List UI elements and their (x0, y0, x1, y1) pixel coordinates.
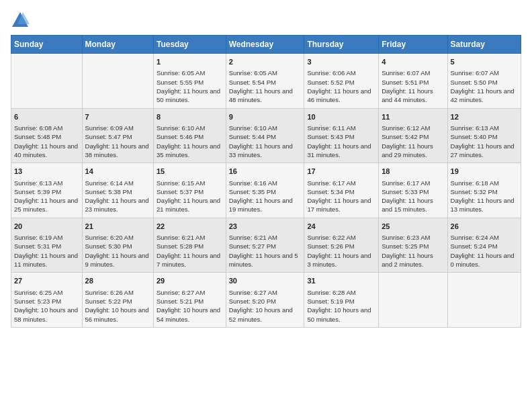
calendar-cell: 12Sunrise: 6:13 AMSunset: 5:40 PMDayligh… (447, 108, 521, 163)
day-info: Daylight: 11 hours and 17 minutes. (307, 196, 375, 214)
day-info: Sunset: 5:20 PM (229, 297, 302, 306)
day-info: Sunset: 5:48 PM (14, 132, 79, 141)
day-number: 31 (307, 276, 375, 286)
day-info: Sunset: 5:43 PM (307, 132, 375, 141)
logo (11, 11, 32, 30)
day-info: Sunrise: 6:11 AM (307, 124, 375, 132)
calendar-cell (11, 54, 83, 109)
calendar-cell: 10Sunrise: 6:11 AMSunset: 5:43 PMDayligh… (304, 108, 379, 163)
calendar-cell: 29Sunrise: 6:27 AMSunset: 5:21 PMDayligh… (154, 273, 226, 328)
calendar-cell: 5Sunrise: 6:07 AMSunset: 5:50 PMDaylight… (447, 54, 521, 109)
day-info: Sunrise: 6:23 AM (382, 233, 444, 242)
day-info: Sunrise: 6:09 AM (85, 124, 150, 132)
day-info: Sunset: 5:34 PM (307, 187, 375, 196)
day-info: Daylight: 11 hours and 11 minutes. (14, 251, 79, 269)
day-info: Sunset: 5:21 PM (157, 297, 223, 306)
day-info: Sunrise: 6:21 AM (157, 233, 223, 242)
day-info: Sunset: 5:31 PM (14, 242, 79, 250)
calendar-week-row: 20Sunrise: 6:19 AMSunset: 5:31 PMDayligh… (11, 218, 521, 273)
calendar-header: SundayMondayTuesdayWednesdayThursdayFrid… (11, 36, 521, 54)
day-number: 25 (382, 222, 444, 232)
day-info: Sunset: 5:39 PM (14, 187, 79, 196)
day-number: 1 (157, 57, 223, 67)
day-info: Sunset: 5:47 PM (85, 132, 150, 141)
day-info: Sunrise: 6:25 AM (14, 288, 79, 297)
day-info: Sunset: 5:37 PM (157, 187, 223, 196)
day-info: Sunrise: 6:14 AM (85, 179, 150, 187)
day-number: 18 (382, 167, 444, 177)
day-info: Sunset: 5:55 PM (157, 78, 223, 87)
page-header (11, 11, 521, 30)
day-number: 26 (451, 222, 518, 232)
day-info: Sunset: 5:25 PM (382, 242, 444, 250)
calendar-cell (379, 273, 447, 328)
calendar-cell: 7Sunrise: 6:09 AMSunset: 5:47 PMDaylight… (82, 108, 153, 163)
day-info: Sunrise: 6:17 AM (382, 179, 444, 187)
day-number: 3 (307, 57, 375, 67)
day-number: 20 (14, 222, 79, 232)
day-info: Sunrise: 6:06 AM (307, 68, 375, 77)
day-info: Daylight: 10 hours and 52 minutes. (229, 306, 302, 324)
calendar-cell: 3Sunrise: 6:06 AMSunset: 5:52 PMDaylight… (304, 54, 379, 109)
day-info: Daylight: 11 hours and 48 minutes. (229, 87, 302, 105)
calendar-body: 1Sunrise: 6:05 AMSunset: 5:55 PMDaylight… (11, 54, 521, 328)
calendar-cell: 11Sunrise: 6:12 AMSunset: 5:42 PMDayligh… (379, 108, 447, 163)
day-info: Daylight: 11 hours and 21 minutes. (157, 196, 223, 214)
day-info: Sunset: 5:35 PM (229, 187, 302, 196)
day-number: 7 (85, 112, 150, 122)
weekday-header: Thursday (304, 36, 379, 54)
day-info: Sunset: 5:44 PM (229, 132, 302, 141)
calendar-cell: 24Sunrise: 6:22 AMSunset: 5:26 PMDayligh… (304, 218, 379, 273)
weekday-header: Monday (82, 36, 153, 54)
day-info: Sunrise: 6:10 AM (157, 124, 223, 132)
day-info: Sunrise: 6:16 AM (229, 179, 302, 187)
day-info: Sunset: 5:33 PM (382, 187, 444, 196)
day-number: 6 (14, 112, 79, 122)
day-info: Sunset: 5:23 PM (14, 297, 79, 306)
calendar-table: SundayMondayTuesdayWednesdayThursdayFrid… (11, 35, 521, 328)
weekday-header: Saturday (447, 36, 521, 54)
day-info: Sunrise: 6:27 AM (157, 288, 223, 297)
day-info: Sunset: 5:51 PM (382, 78, 444, 87)
day-number: 24 (307, 222, 375, 232)
day-info: Sunrise: 6:28 AM (307, 288, 375, 297)
calendar-cell: 4Sunrise: 6:07 AMSunset: 5:51 PMDaylight… (379, 54, 447, 109)
day-info: Sunrise: 6:21 AM (229, 233, 302, 242)
day-info: Sunset: 5:27 PM (229, 242, 302, 250)
day-info: Sunrise: 6:13 AM (451, 124, 518, 132)
day-info: Sunrise: 6:26 AM (85, 288, 150, 297)
day-info: Daylight: 11 hours and 3 minutes. (307, 251, 375, 269)
day-info: Daylight: 11 hours and 23 minutes. (85, 196, 150, 214)
day-number: 14 (85, 167, 150, 177)
calendar-cell: 22Sunrise: 6:21 AMSunset: 5:28 PMDayligh… (154, 218, 226, 273)
calendar-cell (447, 273, 521, 328)
day-number: 15 (157, 167, 223, 177)
day-info: Daylight: 11 hours and 31 minutes. (307, 142, 375, 160)
calendar-cell: 6Sunrise: 6:08 AMSunset: 5:48 PMDaylight… (11, 108, 83, 163)
day-number: 21 (85, 222, 150, 232)
calendar-cell: 27Sunrise: 6:25 AMSunset: 5:23 PMDayligh… (11, 273, 83, 328)
day-number: 22 (157, 222, 223, 232)
calendar-week-row: 13Sunrise: 6:13 AMSunset: 5:39 PMDayligh… (11, 163, 521, 218)
calendar-cell: 13Sunrise: 6:13 AMSunset: 5:39 PMDayligh… (11, 163, 83, 218)
calendar-cell: 15Sunrise: 6:15 AMSunset: 5:37 PMDayligh… (154, 163, 226, 218)
day-info: Daylight: 11 hours and 13 minutes. (451, 196, 518, 214)
day-info: Sunrise: 6:22 AM (307, 233, 375, 242)
calendar-cell: 23Sunrise: 6:21 AMSunset: 5:27 PMDayligh… (226, 218, 304, 273)
day-info: Sunset: 5:30 PM (85, 242, 150, 250)
day-info: Sunset: 5:38 PM (85, 187, 150, 196)
day-number: 13 (14, 167, 79, 177)
calendar-cell: 20Sunrise: 6:19 AMSunset: 5:31 PMDayligh… (11, 218, 83, 273)
day-number: 19 (451, 167, 518, 177)
calendar-cell: 18Sunrise: 6:17 AMSunset: 5:33 PMDayligh… (379, 163, 447, 218)
day-info: Sunrise: 6:17 AM (307, 179, 375, 187)
day-info: Daylight: 11 hours and 0 minutes. (451, 251, 518, 269)
day-info: Daylight: 11 hours and 33 minutes. (229, 142, 302, 160)
calendar-cell: 19Sunrise: 6:18 AMSunset: 5:32 PMDayligh… (447, 163, 521, 218)
day-number: 16 (229, 167, 302, 177)
day-number: 8 (157, 112, 223, 122)
weekday-header: Friday (379, 36, 447, 54)
day-number: 30 (229, 276, 302, 286)
day-info: Daylight: 10 hours and 50 minutes. (307, 306, 375, 324)
day-info: Daylight: 11 hours and 38 minutes. (85, 142, 150, 160)
